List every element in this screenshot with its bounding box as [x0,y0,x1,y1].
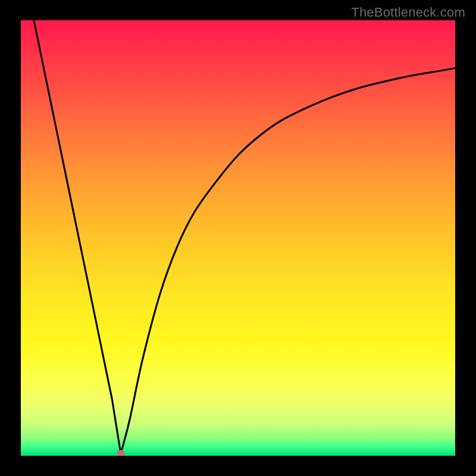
bottleneck-curve [21,20,455,456]
chart-area [21,20,455,456]
watermark-text: TheBottleneck.com [351,5,465,20]
optimal-point-marker [117,450,125,456]
